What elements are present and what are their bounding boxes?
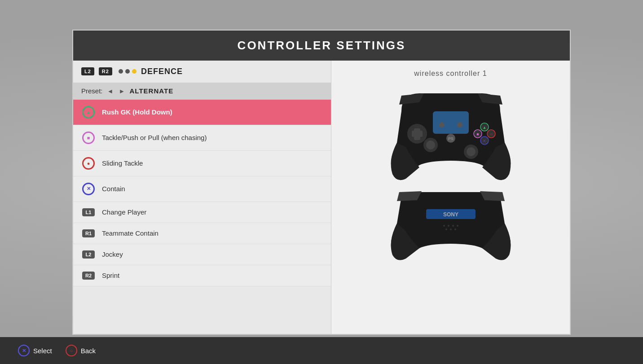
l2-badge[interactable]: L2 bbox=[81, 67, 94, 75]
binding-name-rush-gk: Rush GK (Hold Down) bbox=[102, 108, 172, 116]
svg-text:PS: PS bbox=[448, 136, 453, 141]
content-area: L2 R2 DEFENCE Preset: ◄ ► ALTERNATE bbox=[73, 61, 570, 334]
l1-badge: L1 bbox=[82, 208, 95, 216]
binding-change-player[interactable]: L1 Change Player bbox=[73, 202, 331, 223]
svg-text:▲: ▲ bbox=[482, 125, 486, 130]
svg-point-24 bbox=[452, 225, 454, 227]
svg-text:■: ■ bbox=[476, 132, 479, 136]
svg-point-22 bbox=[443, 225, 445, 227]
tab-label: DEFENCE bbox=[141, 67, 183, 76]
right-panel: wireless controller 1 bbox=[331, 61, 570, 334]
dot-3 bbox=[132, 69, 137, 74]
select-action[interactable]: ✕ Select bbox=[18, 345, 52, 356]
dot-1 bbox=[119, 69, 123, 74]
back-label: Back bbox=[81, 347, 96, 355]
binding-jockey[interactable]: L2 Jockey bbox=[73, 244, 331, 265]
r1-badge: R1 bbox=[82, 229, 95, 237]
preset-value: ALTERNATE bbox=[130, 87, 174, 95]
back-action[interactable]: ○ Back bbox=[66, 345, 96, 356]
binding-name-jockey: Jockey bbox=[102, 250, 123, 258]
svg-point-15 bbox=[467, 147, 476, 156]
svg-point-26 bbox=[445, 228, 447, 230]
r2-badge[interactable]: R2 bbox=[99, 67, 112, 75]
dot-2 bbox=[125, 69, 130, 74]
binding-rush-gk[interactable]: ▲ Rush GK (Hold Down) bbox=[73, 100, 331, 125]
binding-name-contain: Contain bbox=[102, 185, 125, 193]
binding-name-teammate-contain: Teammate Contain bbox=[102, 229, 159, 237]
svg-rect-3 bbox=[412, 131, 423, 137]
binding-name-tackle: Tackle/Push or Pull (when chasing) bbox=[102, 134, 207, 141]
svg-point-27 bbox=[450, 228, 452, 230]
cross-icon: ✕ bbox=[82, 183, 95, 195]
tab-bar: L2 R2 DEFENCE bbox=[73, 61, 331, 83]
binding-teammate-contain[interactable]: R1 Teammate Contain bbox=[73, 223, 331, 244]
triangle-icon: ▲ bbox=[82, 106, 95, 118]
square-icon: ■ bbox=[82, 132, 95, 144]
bottom-bar: ✕ Select ○ Back bbox=[0, 337, 643, 364]
binding-name-sprint: Sprint bbox=[102, 272, 119, 279]
svg-point-28 bbox=[454, 228, 456, 230]
binding-name-change-player: Change Player bbox=[102, 208, 146, 216]
bindings-list: ▲ Rush GK (Hold Down) ■ Tackle/Push or P… bbox=[73, 100, 331, 334]
controller-top-svg: ▲ ○ ■ ✕ bbox=[374, 84, 527, 183]
binding-tackle[interactable]: ■ Tackle/Push or Pull (when chasing) bbox=[73, 125, 331, 151]
r2-binding-badge: R2 bbox=[82, 272, 95, 280]
binding-contain[interactable]: ✕ Contain bbox=[73, 176, 331, 202]
binding-name-sliding-tackle: Sliding Tackle bbox=[102, 159, 143, 167]
circle-icon: ● bbox=[82, 157, 95, 170]
binding-sprint[interactable]: R2 Sprint bbox=[73, 265, 331, 286]
svg-point-25 bbox=[457, 225, 458, 227]
tab-dots bbox=[119, 69, 137, 74]
svg-point-16 bbox=[439, 122, 445, 127]
circle-button-icon: ○ bbox=[66, 345, 77, 356]
svg-rect-0 bbox=[433, 111, 469, 134]
svg-text:SONY: SONY bbox=[443, 211, 458, 218]
controller-bottom-svg: SONY bbox=[374, 188, 527, 268]
select-label: Select bbox=[33, 347, 52, 355]
title-bar: CONTROLLER SETTINGS bbox=[73, 31, 570, 61]
controller-images: ▲ ○ ■ ✕ bbox=[374, 84, 527, 268]
svg-text:✕: ✕ bbox=[483, 139, 486, 143]
svg-point-23 bbox=[448, 225, 449, 227]
preset-right-arrow[interactable]: ► bbox=[118, 87, 126, 95]
left-panel: L2 R2 DEFENCE Preset: ◄ ► ALTERNATE bbox=[73, 61, 331, 334]
preset-bar: Preset: ◄ ► ALTERNATE bbox=[73, 83, 331, 100]
preset-left-arrow[interactable]: ◄ bbox=[106, 87, 115, 95]
svg-text:○: ○ bbox=[489, 132, 492, 136]
main-panel: CONTROLLER SETTINGS L2 R2 DEFENCE Preset… bbox=[72, 30, 571, 335]
l2-binding-badge: L2 bbox=[82, 250, 95, 259]
cross-button-icon: ✕ bbox=[18, 345, 30, 356]
controller-label: wireless controller 1 bbox=[414, 70, 487, 78]
svg-point-13 bbox=[426, 140, 435, 149]
page-title: CONTROLLER SETTINGS bbox=[238, 39, 406, 52]
binding-sliding-tackle[interactable]: ● Sliding Tackle bbox=[73, 151, 331, 176]
preset-label: Preset: bbox=[81, 87, 103, 95]
svg-point-17 bbox=[457, 122, 462, 127]
